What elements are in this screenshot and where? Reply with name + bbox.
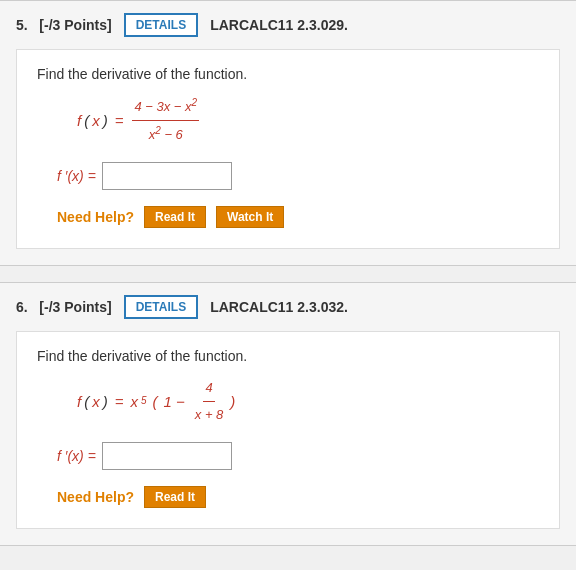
read-it-button-5[interactable]: Read It [144,206,206,228]
problem-5-function: f(x) = 4 − 3x − x2 x2 − 6 [77,94,539,146]
problem-6-id: LARCALC11 2.3.032. [210,299,348,315]
problem-6: 6. [-/3 Points] DETAILS LARCALC11 2.3.03… [0,282,576,546]
read-it-button-6[interactable]: Read It [144,486,206,508]
problem-6-answer-label: f ′(x) = [57,448,96,464]
problem-5-body: Find the derivative of the function. f(x… [16,49,560,249]
watch-it-button-5[interactable]: Watch It [216,206,284,228]
problem-5-header: 5. [-/3 Points] DETAILS LARCALC11 2.3.02… [16,13,560,37]
problem-6-help-row: Need Help? Read It [57,486,539,508]
problem-5-answer-label: f ′(x) = [57,168,96,184]
problem-5-answer-row: f ′(x) = [57,162,539,190]
problem-5: 5. [-/3 Points] DETAILS LARCALC11 2.3.02… [0,0,576,266]
problem-6-answer-row: f ′(x) = [57,442,539,470]
problem-5-need-help: Need Help? [57,209,134,225]
problem-5-help-row: Need Help? Read It Watch It [57,206,539,228]
details-button-5[interactable]: DETAILS [124,13,198,37]
problem-6-number: 6. [-/3 Points] [16,299,112,315]
details-button-6[interactable]: DETAILS [124,295,198,319]
problem-6-need-help: Need Help? [57,489,134,505]
problem-5-instruction: Find the derivative of the function. [37,66,539,82]
problem-6-answer-input[interactable] [102,442,232,470]
problem-5-answer-input[interactable] [102,162,232,190]
problem-5-id: LARCALC11 2.3.029. [210,17,348,33]
problem-6-header: 6. [-/3 Points] DETAILS LARCALC11 2.3.03… [16,295,560,319]
problem-6-body: Find the derivative of the function. f(x… [16,331,560,529]
problem-5-number: 5. [-/3 Points] [16,17,112,33]
problem-6-instruction: Find the derivative of the function. [37,348,539,364]
problem-6-function: f(x) = x5 ( 1 − 4 x + 8 ) [77,376,539,426]
